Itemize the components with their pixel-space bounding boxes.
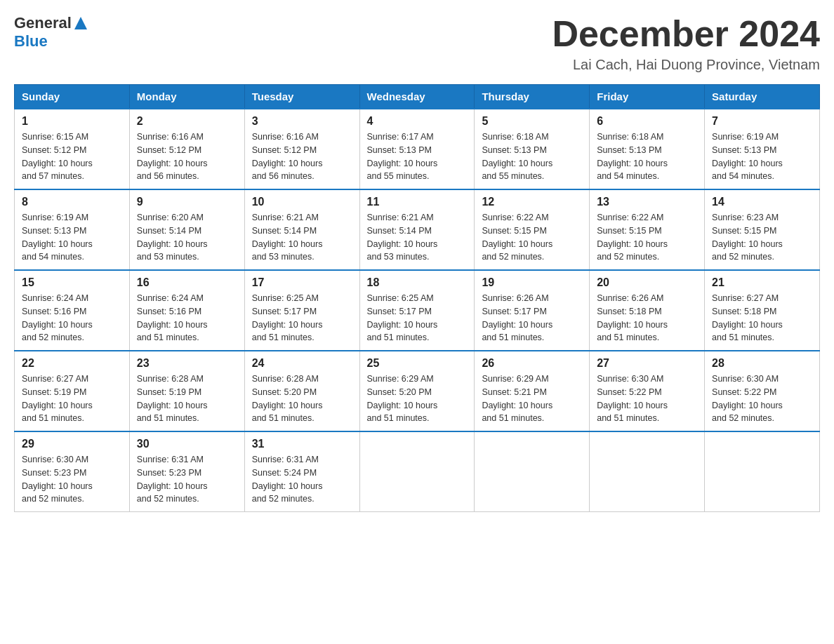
calendar-week-1: 1 Sunrise: 6:15 AM Sunset: 5:12 PM Dayli… xyxy=(15,109,820,189)
calendar-cell: 28 Sunrise: 6:30 AM Sunset: 5:22 PM Dayl… xyxy=(705,351,820,431)
calendar-table: SundayMondayTuesdayWednesdayThursdayFrid… xyxy=(14,84,820,512)
day-number: 24 xyxy=(252,357,352,370)
day-number: 9 xyxy=(137,196,237,208)
day-number: 20 xyxy=(597,276,697,289)
calendar-cell: 18 Sunrise: 6:25 AM Sunset: 5:17 PM Dayl… xyxy=(359,270,475,351)
day-info: Sunrise: 6:16 AM Sunset: 5:12 PM Dayligh… xyxy=(252,130,352,183)
day-number: 3 xyxy=(252,115,352,128)
day-info: Sunrise: 6:19 AM Sunset: 5:13 PM Dayligh… xyxy=(22,211,122,264)
calendar-cell: 16 Sunrise: 6:24 AM Sunset: 5:16 PM Dayl… xyxy=(129,270,244,351)
day-info: Sunrise: 6:21 AM Sunset: 5:14 PM Dayligh… xyxy=(252,211,352,264)
day-number: 6 xyxy=(597,115,697,128)
logo-icon xyxy=(73,15,88,31)
calendar-cell: 23 Sunrise: 6:28 AM Sunset: 5:19 PM Dayl… xyxy=(129,351,244,431)
weekday-header-tuesday: Tuesday xyxy=(244,85,359,109)
calendar-week-2: 8 Sunrise: 6:19 AM Sunset: 5:13 PM Dayli… xyxy=(15,189,820,270)
calendar-cell xyxy=(475,431,590,512)
day-number: 4 xyxy=(367,115,468,128)
day-info: Sunrise: 6:22 AM Sunset: 5:15 PM Dayligh… xyxy=(482,211,582,264)
weekday-header-saturday: Saturday xyxy=(705,85,820,109)
calendar-cell: 1 Sunrise: 6:15 AM Sunset: 5:12 PM Dayli… xyxy=(15,109,130,189)
calendar-cell: 8 Sunrise: 6:19 AM Sunset: 5:13 PM Dayli… xyxy=(15,189,130,270)
calendar-cell: 20 Sunrise: 6:26 AM Sunset: 5:18 PM Dayl… xyxy=(590,270,705,351)
calendar-cell: 25 Sunrise: 6:29 AM Sunset: 5:20 PM Dayl… xyxy=(359,351,475,431)
day-number: 17 xyxy=(252,276,352,289)
day-number: 7 xyxy=(712,115,812,128)
day-info: Sunrise: 6:28 AM Sunset: 5:20 PM Dayligh… xyxy=(252,373,352,425)
day-info: Sunrise: 6:31 AM Sunset: 5:23 PM Dayligh… xyxy=(137,453,237,506)
calendar-week-5: 29 Sunrise: 6:30 AM Sunset: 5:23 PM Dayl… xyxy=(15,431,820,512)
day-info: Sunrise: 6:18 AM Sunset: 5:13 PM Dayligh… xyxy=(482,130,582,183)
day-info: Sunrise: 6:26 AM Sunset: 5:17 PM Dayligh… xyxy=(482,292,582,344)
day-info: Sunrise: 6:27 AM Sunset: 5:19 PM Dayligh… xyxy=(22,373,122,425)
day-info: Sunrise: 6:28 AM Sunset: 5:19 PM Dayligh… xyxy=(137,373,237,425)
calendar-cell xyxy=(590,431,705,512)
weekday-header-thursday: Thursday xyxy=(475,85,590,109)
calendar-cell: 12 Sunrise: 6:22 AM Sunset: 5:15 PM Dayl… xyxy=(475,189,590,270)
calendar-cell: 24 Sunrise: 6:28 AM Sunset: 5:20 PM Dayl… xyxy=(244,351,359,431)
day-info: Sunrise: 6:21 AM Sunset: 5:14 PM Dayligh… xyxy=(367,211,468,264)
day-number: 27 xyxy=(597,357,697,370)
calendar-cell: 11 Sunrise: 6:21 AM Sunset: 5:14 PM Dayl… xyxy=(359,189,475,270)
month-title: December 2024 xyxy=(552,14,820,54)
calendar-cell: 27 Sunrise: 6:30 AM Sunset: 5:22 PM Dayl… xyxy=(590,351,705,431)
calendar-cell: 31 Sunrise: 6:31 AM Sunset: 5:24 PM Dayl… xyxy=(244,431,359,512)
day-info: Sunrise: 6:23 AM Sunset: 5:15 PM Dayligh… xyxy=(712,211,812,264)
calendar-cell: 13 Sunrise: 6:22 AM Sunset: 5:15 PM Dayl… xyxy=(590,189,705,270)
day-info: Sunrise: 6:30 AM Sunset: 5:22 PM Dayligh… xyxy=(712,373,812,425)
calendar-week-4: 22 Sunrise: 6:27 AM Sunset: 5:19 PM Dayl… xyxy=(15,351,820,431)
day-info: Sunrise: 6:27 AM Sunset: 5:18 PM Dayligh… xyxy=(712,292,812,344)
day-info: Sunrise: 6:22 AM Sunset: 5:15 PM Dayligh… xyxy=(597,211,697,264)
calendar-cell: 3 Sunrise: 6:16 AM Sunset: 5:12 PM Dayli… xyxy=(244,109,359,189)
page-header: General Blue December 2024 Lai Cach, Hai… xyxy=(14,14,820,73)
day-info: Sunrise: 6:25 AM Sunset: 5:17 PM Dayligh… xyxy=(367,292,468,344)
day-info: Sunrise: 6:16 AM Sunset: 5:12 PM Dayligh… xyxy=(137,130,237,183)
weekday-header-wednesday: Wednesday xyxy=(359,85,475,109)
calendar-cell: 6 Sunrise: 6:18 AM Sunset: 5:13 PM Dayli… xyxy=(590,109,705,189)
calendar-cell: 22 Sunrise: 6:27 AM Sunset: 5:19 PM Dayl… xyxy=(15,351,130,431)
logo-blue-text: Blue xyxy=(14,32,48,50)
calendar-cell: 26 Sunrise: 6:29 AM Sunset: 5:21 PM Dayl… xyxy=(475,351,590,431)
day-number: 19 xyxy=(482,276,582,289)
day-number: 22 xyxy=(22,357,122,370)
day-number: 30 xyxy=(137,438,237,450)
day-number: 16 xyxy=(137,276,237,289)
day-info: Sunrise: 6:30 AM Sunset: 5:22 PM Dayligh… xyxy=(597,373,697,425)
day-info: Sunrise: 6:25 AM Sunset: 5:17 PM Dayligh… xyxy=(252,292,352,344)
day-info: Sunrise: 6:24 AM Sunset: 5:16 PM Dayligh… xyxy=(137,292,237,344)
calendar-cell xyxy=(705,431,820,512)
day-number: 5 xyxy=(482,115,582,128)
day-info: Sunrise: 6:31 AM Sunset: 5:24 PM Dayligh… xyxy=(252,453,352,506)
day-info: Sunrise: 6:29 AM Sunset: 5:20 PM Dayligh… xyxy=(367,373,468,425)
day-number: 8 xyxy=(22,196,122,208)
day-info: Sunrise: 6:18 AM Sunset: 5:13 PM Dayligh… xyxy=(597,130,697,183)
day-number: 13 xyxy=(597,196,697,208)
calendar-cell: 21 Sunrise: 6:27 AM Sunset: 5:18 PM Dayl… xyxy=(705,270,820,351)
day-info: Sunrise: 6:29 AM Sunset: 5:21 PM Dayligh… xyxy=(482,373,582,425)
calendar-cell: 19 Sunrise: 6:26 AM Sunset: 5:17 PM Dayl… xyxy=(475,270,590,351)
logo: General Blue xyxy=(14,14,88,51)
location-subtitle: Lai Cach, Hai Duong Province, Vietnam xyxy=(552,57,820,73)
day-number: 25 xyxy=(367,357,468,370)
day-number: 15 xyxy=(22,276,122,289)
calendar-cell: 9 Sunrise: 6:20 AM Sunset: 5:14 PM Dayli… xyxy=(129,189,244,270)
day-number: 29 xyxy=(22,438,122,450)
calendar-cell xyxy=(359,431,475,512)
title-block: December 2024 Lai Cach, Hai Duong Provin… xyxy=(552,14,820,73)
day-info: Sunrise: 6:15 AM Sunset: 5:12 PM Dayligh… xyxy=(22,130,122,183)
calendar-cell: 29 Sunrise: 6:30 AM Sunset: 5:23 PM Dayl… xyxy=(15,431,130,512)
day-number: 2 xyxy=(137,115,237,128)
day-number: 14 xyxy=(712,196,812,208)
day-number: 12 xyxy=(482,196,582,208)
calendar-cell: 10 Sunrise: 6:21 AM Sunset: 5:14 PM Dayl… xyxy=(244,189,359,270)
day-info: Sunrise: 6:20 AM Sunset: 5:14 PM Dayligh… xyxy=(137,211,237,264)
day-info: Sunrise: 6:26 AM Sunset: 5:18 PM Dayligh… xyxy=(597,292,697,344)
day-info: Sunrise: 6:17 AM Sunset: 5:13 PM Dayligh… xyxy=(367,130,468,183)
calendar-cell: 4 Sunrise: 6:17 AM Sunset: 5:13 PM Dayli… xyxy=(359,109,475,189)
day-info: Sunrise: 6:24 AM Sunset: 5:16 PM Dayligh… xyxy=(22,292,122,344)
weekday-header-friday: Friday xyxy=(590,85,705,109)
day-number: 1 xyxy=(22,115,122,128)
calendar-week-3: 15 Sunrise: 6:24 AM Sunset: 5:16 PM Dayl… xyxy=(15,270,820,351)
weekday-header-sunday: Sunday xyxy=(15,85,130,109)
day-number: 10 xyxy=(252,196,352,208)
